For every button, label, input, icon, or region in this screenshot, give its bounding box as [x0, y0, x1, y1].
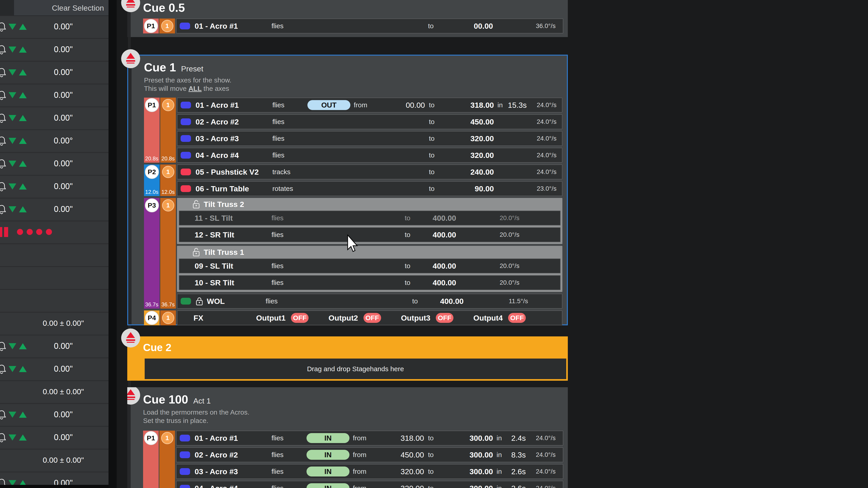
jog-down-icon[interactable] [8, 434, 16, 441]
truss-group-header[interactable]: Tilt Truss 1 [179, 246, 561, 258]
axis-row[interactable]: 02 - Acro #2 flies IN from 450.00 to 300… [176, 447, 563, 462]
bell-icon[interactable] [0, 410, 7, 420]
axis-status-row[interactable]: 0.00" [0, 404, 108, 427]
bell-icon[interactable] [0, 158, 7, 169]
axis-row[interactable]: 01 - Acro #1 flies to 00.00 36.0°/s [176, 19, 563, 33]
axis-status-row[interactable]: 0.00" [0, 62, 108, 85]
performer-badge[interactable]: P1 [144, 431, 158, 445]
to-value[interactable]: 320.00 [438, 151, 494, 160]
axis-row[interactable]: 09 - SL Tilt flies to 400.00 20.0°/s [179, 258, 561, 273]
jog-up-icon[interactable] [19, 343, 27, 349]
axis-status-row[interactable]: 0.00" [0, 85, 108, 107]
performer-badge[interactable]: P2 [145, 165, 159, 179]
axis-status-row[interactable]: 0.00" [0, 199, 108, 221]
jog-up-icon[interactable] [19, 24, 27, 30]
clear-selection-button[interactable]: Clear Selection [51, 0, 105, 15]
part-badge[interactable]: 1 [162, 99, 174, 111]
jog-up-icon[interactable] [19, 161, 27, 167]
jog-up-icon[interactable] [19, 69, 27, 75]
lock-closed-icon[interactable] [195, 297, 203, 306]
jog-up-icon[interactable] [19, 46, 27, 53]
cue-panel-100[interactable]: Cue 100 Act 1 Load the permormers on the… [127, 387, 568, 488]
to-value[interactable]: 320.00 [438, 134, 494, 143]
bell-icon[interactable] [0, 341, 7, 351]
jog-up-icon[interactable] [19, 115, 27, 121]
axis-row[interactable]: 05 - Pushstick V2 tracks to 240.00 24.0°… [177, 164, 562, 180]
axis-status-row[interactable]: 0.00" [0, 153, 108, 176]
output-state-badge[interactable]: OFF [436, 313, 454, 323]
part-badge[interactable]: 1 [161, 432, 174, 444]
axis-row[interactable]: 06 - Turn Table rotates to 90.00 23.0°/s [177, 181, 562, 196]
bell-icon[interactable] [0, 364, 7, 374]
to-value[interactable]: 400.00 [412, 262, 456, 270]
axis-status-row[interactable]: 0.00" [0, 16, 108, 39]
cue-eject-button[interactable] [121, 328, 140, 348]
to-value[interactable]: 400.00 [412, 214, 456, 223]
axis-row[interactable]: 01 - Acro #1 flies IN from 318.00 to 300… [176, 431, 563, 446]
axis-row[interactable]: 10 - SR Tilt flies to 400.00 20.0°/s [179, 275, 561, 290]
truss-group-header[interactable]: Tilt Truss 2 [179, 198, 561, 210]
performer-badge[interactable]: P3 [145, 198, 159, 213]
to-value[interactable]: 400.00 [420, 297, 464, 306]
jog-down-icon[interactable] [8, 92, 16, 98]
axis-row[interactable]: 03 - Acro #3 flies IN from 320.00 to 300… [176, 464, 563, 479]
jog-down-icon[interactable] [8, 366, 16, 372]
bell-icon[interactable] [0, 44, 7, 55]
axis-row[interactable]: 04 - Acro #4 flies IN from 320.00 to 300… [176, 481, 563, 488]
part-badge[interactable]: 1 [162, 166, 174, 178]
jog-up-icon[interactable] [19, 138, 27, 144]
bell-icon[interactable] [0, 67, 7, 77]
bell-icon[interactable] [0, 181, 7, 192]
stagehand-drop-zone[interactable]: Drag and drop Stagehands here [145, 359, 566, 379]
to-value[interactable]: 400.00 [412, 230, 456, 239]
axis-row[interactable]: 04 - Acro #4 flies to 320.00 24.0°/s [177, 148, 562, 163]
axis-row[interactable]: 12 - SR Tilt flies to 400.00 20.0°/s [179, 227, 561, 242]
direction-pill[interactable]: OUT [307, 100, 350, 110]
to-value[interactable]: 450.00 [438, 118, 494, 126]
bell-icon[interactable] [0, 22, 7, 32]
direction-pill[interactable]: IN [307, 450, 349, 460]
jog-up-icon[interactable] [19, 184, 27, 190]
jog-down-icon[interactable] [8, 46, 16, 53]
axis-status-row[interactable]: 0.00° [0, 130, 108, 153]
to-value[interactable]: 90.00 [438, 184, 494, 193]
jog-down-icon[interactable] [8, 138, 16, 144]
direction-pill[interactable]: IN [307, 433, 349, 443]
axis-row[interactable]: 11 - SL Tilt flies to 400.00 20.0°/s [179, 210, 561, 225]
to-value[interactable]: 300.00 [438, 434, 493, 443]
direction-pill[interactable]: IN [307, 466, 349, 477]
axis-row[interactable]: 02 - Acro #2 flies to 450.00 24.0°/s [177, 114, 562, 129]
axis-status-row[interactable]: 0.00" [0, 427, 108, 450]
axis-status-row[interactable]: 0.00" [0, 107, 108, 130]
bell-icon[interactable] [0, 113, 7, 123]
performer-badge[interactable]: P4 [145, 311, 159, 325]
jog-up-icon[interactable] [19, 366, 27, 372]
axis-status-row[interactable]: 0.00" [0, 358, 108, 381]
cue-eject-button[interactable] [121, 49, 140, 68]
output-state-badge[interactable]: OFF [508, 313, 526, 323]
axis-row[interactable]: 01 - Acro #1 flies OUT from 00.00 to 318… [177, 98, 562, 112]
output-state-badge[interactable]: OFF [364, 313, 381, 323]
jog-down-icon[interactable] [8, 343, 16, 349]
jog-up-icon[interactable] [19, 206, 27, 213]
axis-status-row[interactable]: 0.00" [0, 39, 108, 62]
jog-up-icon[interactable] [19, 412, 27, 418]
to-value[interactable]: 240.00 [438, 168, 494, 176]
performer-badge[interactable]: P1 [145, 98, 159, 112]
lock-open-icon[interactable] [192, 248, 200, 257]
cue-panel-1[interactable]: Cue 1 Preset Preset the axes for the sho… [127, 55, 568, 325]
jog-down-icon[interactable] [8, 115, 16, 121]
axis-row[interactable]: 03 - Acro #3 flies to 320.00 24.0°/s [177, 131, 562, 146]
part-badge[interactable]: 1 [161, 20, 174, 32]
to-value[interactable]: 400.00 [412, 278, 456, 287]
jog-down-icon[interactable] [8, 412, 16, 418]
jog-up-icon[interactable] [19, 92, 27, 98]
to-value[interactable]: 300.00 [438, 467, 493, 476]
jog-up-icon[interactable] [19, 434, 27, 441]
axis-status-row[interactable]: 0.00" [0, 176, 108, 199]
direction-pill[interactable]: IN [307, 483, 349, 488]
bell-icon[interactable] [0, 432, 7, 443]
lock-open-icon[interactable] [192, 200, 200, 209]
to-value[interactable]: 300.00 [438, 484, 493, 488]
to-value[interactable]: 00.00 [438, 22, 493, 31]
